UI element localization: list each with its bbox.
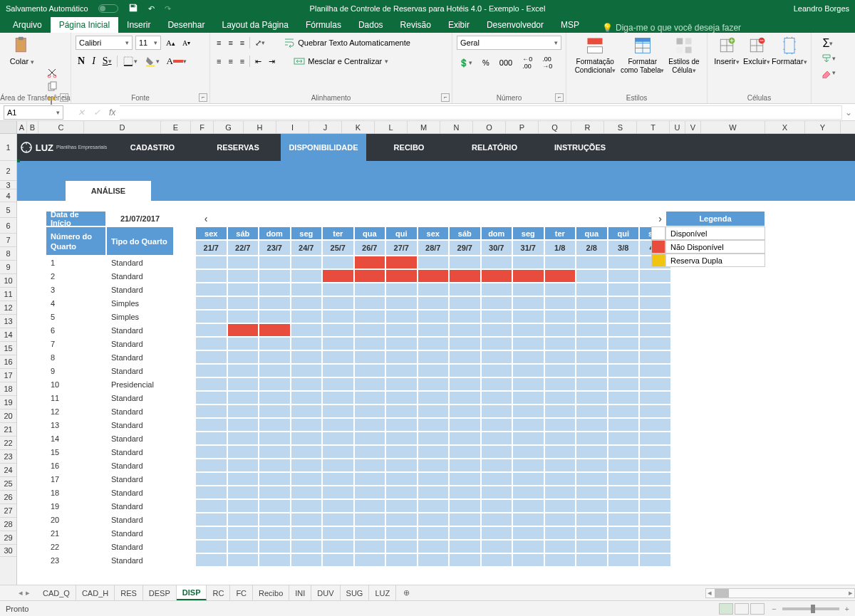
availability-cell[interactable] — [195, 323, 227, 337]
availability-cell[interactable] — [576, 391, 608, 404]
availability-cell[interactable] — [195, 486, 227, 499]
col-header[interactable]: F — [191, 121, 214, 133]
availability-cell[interactable] — [576, 337, 608, 350]
availability-cell[interactable] — [576, 459, 608, 472]
cell-styles-button[interactable]: Estilos de Célula▾ — [665, 36, 703, 88]
availability-cell[interactable] — [385, 310, 418, 323]
availability-cell[interactable] — [291, 418, 323, 432]
availability-cell[interactable] — [354, 472, 386, 486]
availability-cell[interactable] — [227, 472, 259, 486]
col-header[interactable]: E — [161, 121, 191, 133]
availability-cell[interactable] — [385, 364, 418, 377]
availability-cell[interactable] — [639, 283, 671, 296]
availability-cell[interactable] — [227, 432, 259, 445]
availability-cell[interactable] — [195, 310, 227, 323]
font-color-button[interactable]: A▾ — [165, 54, 189, 68]
availability-cell[interactable] — [195, 499, 227, 513]
col-header[interactable]: L — [375, 121, 408, 133]
data-inicio-value[interactable]: 21/07/2017 — [106, 211, 174, 226]
availability-cell[interactable] — [291, 459, 323, 472]
sheet-tab-cad_q[interactable]: CAD_Q — [37, 585, 76, 600]
prev-page-button[interactable]: ‹ — [195, 211, 217, 226]
availability-cell[interactable] — [259, 269, 291, 283]
view-normal-icon[interactable] — [719, 603, 733, 615]
availability-cell[interactable] — [639, 350, 671, 364]
availability-cell[interactable] — [385, 432, 418, 445]
sheet-tab-disp[interactable]: DISP — [177, 585, 207, 600]
availability-cell[interactable] — [195, 283, 227, 296]
availability-cell[interactable] — [322, 513, 354, 526]
availability-cell[interactable] — [354, 256, 386, 269]
availability-cell[interactable] — [418, 310, 450, 323]
availability-cell[interactable] — [544, 350, 576, 364]
availability-cell[interactable] — [418, 459, 450, 472]
availability-cell[interactable] — [195, 269, 227, 283]
availability-cell[interactable] — [322, 526, 354, 540]
paste-button[interactable]: Colar ▾ — [4, 36, 40, 66]
availability-cell[interactable] — [385, 350, 418, 364]
availability-cell[interactable] — [481, 337, 513, 350]
row-header[interactable]: 12 — [0, 301, 16, 315]
increase-indent-icon[interactable]: ⇥ — [266, 56, 277, 68]
availability-cell[interactable] — [544, 256, 576, 269]
ribbon-tab-layout-da-página[interactable]: Layout da Página — [213, 17, 296, 33]
availability-cell[interactable] — [449, 404, 481, 418]
availability-cell[interactable] — [322, 377, 354, 391]
availability-cell[interactable] — [639, 432, 671, 445]
availability-cell[interactable] — [481, 445, 513, 459]
availability-cell[interactable] — [418, 391, 450, 404]
availability-cell[interactable] — [544, 445, 576, 459]
availability-cell[interactable] — [639, 445, 671, 459]
availability-cell[interactable] — [544, 513, 576, 526]
availability-cell[interactable] — [322, 553, 354, 567]
row-header[interactable]: 1 — [0, 134, 16, 161]
availability-cell[interactable] — [418, 404, 450, 418]
view-page-layout-icon[interactable] — [735, 603, 749, 615]
sheet-content[interactable]: LUZ Planilhas Empresariais CADASTRORESER… — [17, 134, 855, 585]
availability-cell[interactable] — [385, 459, 418, 472]
availability-cell[interactable] — [576, 445, 608, 459]
availability-cell[interactable] — [195, 377, 227, 391]
row-header[interactable]: 15 — [0, 342, 16, 355]
availability-cell[interactable] — [576, 418, 608, 432]
col-header[interactable]: T — [637, 121, 670, 133]
sheet-tab-sug[interactable]: SUG — [341, 585, 370, 600]
availability-cell[interactable] — [259, 499, 291, 513]
availability-cell[interactable] — [608, 391, 640, 404]
autosave-toggle[interactable] — [98, 4, 118, 13]
col-header[interactable]: S — [604, 121, 637, 133]
availability-cell[interactable] — [481, 553, 513, 567]
availability-cell[interactable] — [449, 323, 481, 337]
nav-recibo[interactable]: RECIBO — [366, 134, 452, 161]
availability-cell[interactable] — [227, 296, 259, 310]
availability-cell[interactable] — [576, 432, 608, 445]
availability-cell[interactable] — [418, 445, 450, 459]
availability-cell[interactable] — [449, 472, 481, 486]
availability-cell[interactable] — [512, 350, 544, 364]
availability-cell[interactable] — [385, 256, 418, 269]
align-left-icon[interactable]: ≡ — [214, 56, 223, 67]
availability-cell[interactable] — [259, 418, 291, 432]
col-header[interactable]: B — [27, 121, 38, 133]
availability-cell[interactable] — [195, 337, 227, 350]
row-header[interactable]: 19 — [0, 396, 16, 409]
availability-cell[interactable] — [512, 445, 544, 459]
availability-cell[interactable] — [481, 391, 513, 404]
availability-cell[interactable] — [195, 553, 227, 567]
availability-cell[interactable] — [639, 391, 671, 404]
availability-cell[interactable] — [512, 283, 544, 296]
col-header[interactable]: N — [440, 121, 473, 133]
availability-cell[interactable] — [418, 377, 450, 391]
availability-cell[interactable] — [512, 432, 544, 445]
availability-cell[interactable] — [512, 553, 544, 567]
availability-cell[interactable] — [481, 323, 513, 337]
availability-cell[interactable] — [291, 513, 323, 526]
availability-cell[interactable] — [481, 350, 513, 364]
col-header[interactable]: C — [38, 121, 84, 133]
availability-cell[interactable] — [259, 310, 291, 323]
row-header[interactable]: 20 — [0, 409, 16, 423]
availability-cell[interactable] — [481, 499, 513, 513]
row-header[interactable]: 4 — [0, 189, 16, 202]
availability-cell[interactable] — [449, 364, 481, 377]
percent-format-icon[interactable]: % — [480, 57, 492, 68]
